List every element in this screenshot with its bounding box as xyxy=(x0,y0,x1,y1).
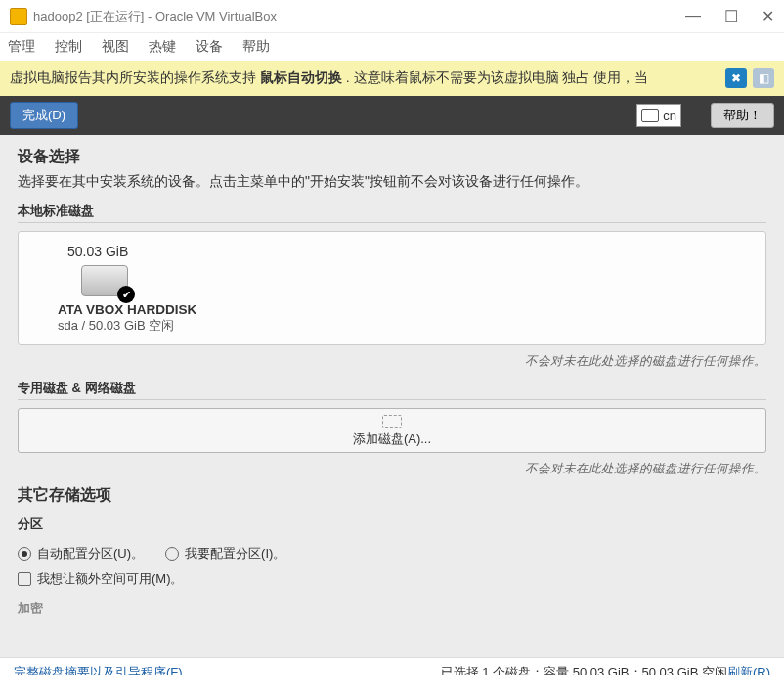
installer-topbar: 完成(D) cn 帮助！ xyxy=(0,96,784,135)
disk-card[interactable]: 50.03 GiB ✔ ATA VBOX HARDDISK sda / 50.0… xyxy=(18,231,766,345)
window-titlebar: hadoop2 [正在运行] - Oracle VM VirtualBox — … xyxy=(0,0,784,33)
menu-manage[interactable]: 管理 xyxy=(8,38,35,56)
partition-heading: 分区 xyxy=(18,516,766,535)
add-disk-label: 添加磁盘(A)... xyxy=(353,430,431,448)
disk-note-2: 不会对未在此处选择的磁盘进行任何操作。 xyxy=(18,461,766,477)
menu-hotkeys[interactable]: 热键 xyxy=(149,38,176,56)
menu-help[interactable]: 帮助 xyxy=(242,38,270,56)
refresh-link[interactable]: 刷新(R) xyxy=(727,664,770,675)
encrypt-heading: 加密 xyxy=(18,600,766,619)
disk-status: sda / 50.03 GiB 空闲 xyxy=(58,317,748,335)
maximize-button[interactable]: ☐ xyxy=(724,7,738,25)
capture-toggle-icon[interactable]: ◧ xyxy=(753,68,774,88)
checkbox-icon xyxy=(18,572,31,586)
radio-on-icon xyxy=(18,547,31,561)
harddisk-icon: ✔ xyxy=(81,265,128,296)
menu-devices[interactable]: 设备 xyxy=(196,38,223,56)
ime-label: cn xyxy=(663,109,676,123)
help-button[interactable]: 帮助！ xyxy=(711,103,774,128)
selected-check-icon: ✔ xyxy=(117,286,135,303)
vbox-icon xyxy=(10,8,27,25)
radio-auto-partition[interactable]: 自动配置分区(U)。 xyxy=(18,545,144,562)
radio-manual-partition[interactable]: 我要配置分区(I)。 xyxy=(165,545,285,562)
installer-main: 设备选择 选择要在其中安装系统的设备。点击主菜单中的"开始安装"按钮前不会对该设… xyxy=(0,135,784,657)
capture-dismiss-icon[interactable]: ✖ xyxy=(725,68,747,88)
minimize-button[interactable]: — xyxy=(685,7,701,25)
disk-name: ATA VBOX HARDDISK xyxy=(58,302,748,317)
installer-footer: 完整磁盘摘要以及引导程序(F)... 已选择 1 个磁盘；容量 50.03 Gi… xyxy=(0,657,784,675)
footer-status: 已选择 1 个磁盘；容量 50.03 GiB；50.03 GiB 空闲 xyxy=(441,664,727,675)
menubar: 管理 控制 视图 热键 设备 帮助 xyxy=(0,33,784,61)
menu-view[interactable]: 视图 xyxy=(102,38,129,56)
radio-off-icon xyxy=(165,547,179,561)
disk-note-1: 不会对未在此处选择的磁盘进行任何操作。 xyxy=(18,353,766,370)
add-disk-icon xyxy=(382,415,402,428)
disk-size: 50.03 GiB xyxy=(67,244,748,259)
capture-message: 虚拟电脑报告其内所安装的操作系统支持 鼠标自动切换 . 这意味着鼠标不需要为该虚… xyxy=(10,69,719,87)
local-disks-heading: 本地标准磁盘 xyxy=(18,202,766,223)
partition-radios: 自动配置分区(U)。 我要配置分区(I)。 xyxy=(18,545,766,562)
window-controls: — ☐ ✕ xyxy=(685,7,774,25)
window-title: hadoop2 [正在运行] - Oracle VM VirtualBox xyxy=(33,8,685,25)
page-title: 设备选择 xyxy=(18,147,766,167)
ime-indicator[interactable]: cn xyxy=(636,104,681,127)
other-storage-heading: 其它存储选项 xyxy=(18,485,766,506)
menu-control[interactable]: 控制 xyxy=(55,38,82,56)
checkbox-extra-space[interactable]: 我想让额外空间可用(M)。 xyxy=(18,570,766,588)
add-disk-button[interactable]: 添加磁盘(A)... xyxy=(18,408,766,453)
keyboard-icon xyxy=(641,109,659,122)
disk-summary-link[interactable]: 完整磁盘摘要以及引导程序(F)... xyxy=(14,664,193,675)
mouse-capture-notice: 虚拟电脑报告其内所安装的操作系统支持 鼠标自动切换 . 这意味着鼠标不需要为该虚… xyxy=(0,61,784,96)
page-description: 选择要在其中安装系统的设备。点击主菜单中的"开始安装"按钮前不会对该设备进行任何… xyxy=(18,173,766,191)
done-button[interactable]: 完成(D) xyxy=(10,102,78,129)
close-button[interactable]: ✕ xyxy=(762,7,774,25)
special-disks-heading: 专用磁盘 & 网络磁盘 xyxy=(18,380,766,400)
